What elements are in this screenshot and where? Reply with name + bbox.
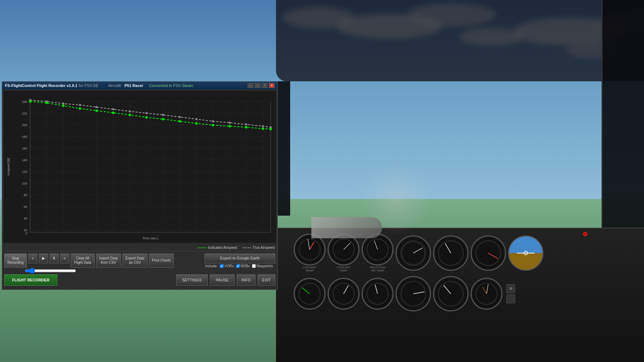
progress-slider-container [25, 269, 275, 273]
chart-container: 240 220 200 180 160 140 120 100 80 60 40… [4, 91, 276, 243]
svg-text:220: 220 [22, 112, 27, 115]
svg-text:160: 160 [22, 147, 27, 150]
settings-button[interactable]: SETTINGS [176, 274, 208, 286]
gauge-row2-6 [471, 278, 502, 310]
true-airspeed-dot-11 [195, 118, 197, 120]
clear-flight-data-label: Clear AllFlight Data [74, 256, 91, 265]
svg-text:60: 60 [24, 205, 27, 209]
maximize-button[interactable]: □ [255, 83, 260, 88]
forward-button[interactable]: » [60, 253, 69, 263]
include-row: Include: VORs NDBs Waypoints [205, 264, 275, 268]
export-google-earth-button[interactable]: Export to Google Earth [205, 253, 275, 263]
indicated-dot-7 [129, 114, 131, 116]
indicated-dot-14 [245, 126, 248, 129]
rpm-gauge [396, 235, 431, 271]
close-button[interactable]: ✕ [269, 83, 275, 88]
ndbs-label[interactable]: NDBs [236, 264, 250, 268]
indicated-dot-11 [195, 122, 198, 125]
minimize-button[interactable]: — [248, 83, 253, 88]
pause-button[interactable]: PAUSE [210, 274, 235, 286]
info-button[interactable]: INFO [237, 274, 255, 286]
legend-true-line [243, 247, 251, 248]
window-title-main: FS-FlightControl Flight Recorder v1.0.1 [5, 83, 77, 88]
cockpit-roof [276, 0, 644, 81]
ndbs-checkbox[interactable] [236, 264, 240, 268]
controls-row-1: Stop Recording « ▶ ⏸ » Clear AllFlight D… [4, 253, 275, 268]
indicated-dot-16 [270, 128, 272, 130]
legend-true: True Airspeed [243, 246, 275, 250]
pause-transport-button[interactable]: ⏸ [50, 253, 59, 263]
svg-text:40: 40 [24, 217, 27, 220]
true-airspeed-dot-15 [262, 125, 264, 127]
indicated-dot-12 [212, 124, 214, 127]
instrument-panel: COOLANTREAR COOLANTTEMP [276, 228, 644, 362]
print-charts-button[interactable]: Print Charts [149, 253, 174, 268]
stop-recording-label-1: Stop [12, 256, 19, 261]
exit-button[interactable]: EXIT [258, 274, 275, 286]
true-airspeed-dot-7 [129, 110, 131, 112]
true-airspeed-dot-12 [212, 120, 214, 122]
vors-label[interactable]: VORs [220, 264, 234, 268]
indicated-dot-3 [62, 105, 65, 107]
import-data-button[interactable]: Import Datafrom CSV [96, 253, 121, 268]
true-airspeed-dot-10 [179, 116, 181, 118]
indicated-dot-6 [112, 112, 115, 114]
legend-indicated: Indicated Airspeed [198, 246, 237, 250]
clear-flight-data-button[interactable]: Clear AllFlight Data [71, 253, 95, 268]
true-airspeed-dot-4 [79, 104, 81, 106]
gauge-row2-1 [294, 278, 326, 310]
window-connection-status: Connected to FSX-Steam [149, 83, 193, 88]
coolant-temp-gauge: COOLANTTEMP [328, 234, 360, 273]
switch-1[interactable] [506, 284, 515, 293]
window-title-left: FS-FlightControl Flight Recorder v1.0.1 … [5, 83, 193, 88]
cockpit-frame: COOLANTREAR COOLANTTEMP [276, 0, 644, 362]
stop-recording-button[interactable]: Stop Recording [4, 253, 27, 268]
waypoints-label[interactable]: Waypoints [252, 264, 273, 268]
svg-rect-15 [5, 91, 274, 243]
import-data-label: Import Datafrom CSV [99, 256, 118, 265]
legend-indicated-label: Indicated Airspeed [208, 246, 237, 250]
true-airspeed-dot-9 [162, 114, 164, 116]
svg-text:100: 100 [22, 182, 27, 185]
attitude-indicator-gauge [508, 235, 544, 271]
true-airspeed-dot-8 [145, 112, 148, 114]
gauge-row2-3 [362, 278, 393, 310]
play-button[interactable]: ▶ [39, 253, 48, 263]
true-airspeed-dot-14 [245, 123, 247, 125]
svg-text:Airspeed [kt]: Airspeed [kt] [7, 158, 10, 176]
controls-row-2: FLIGHT RECORDER SETTINGS PAUSE INFO EXIT [4, 274, 275, 286]
true-airspeed-dot-6 [112, 108, 114, 110]
svg-text:0: 0 [25, 232, 27, 235]
switch-2[interactable] [506, 294, 515, 303]
window-titlebar: FS-FlightControl Flight Recorder v1.0.1 … [2, 82, 277, 89]
svg-text:Time (sec.): Time (sec.) [143, 237, 159, 240]
induction-air-temp-gauge: INDUCTIONAIR TEMP [362, 234, 393, 273]
svg-text:140: 140 [22, 158, 27, 162]
progress-slider[interactable] [25, 269, 76, 272]
window-title-for: for FSX:SE [79, 83, 98, 88]
chart-svg: 240 220 200 180 160 140 120 100 80 60 40… [4, 91, 276, 243]
indicated-dot-1 [29, 100, 31, 103]
true-airspeed-dot-3 [62, 103, 64, 105]
waypoints-checkbox[interactable] [252, 264, 256, 268]
indicated-dot-10 [179, 120, 181, 123]
vors-checkbox[interactable] [220, 264, 224, 268]
indicated-dot-9 [162, 118, 165, 121]
switches-area [506, 284, 515, 303]
window-aircraft-label: Aircraft: [108, 83, 122, 88]
legend-indicated-line [198, 247, 207, 248]
gauge-row2-5 [433, 276, 468, 311]
svg-text:80: 80 [24, 193, 27, 197]
coolant-rear-gauge: COOLANTREAR [294, 234, 326, 273]
export-csv-button[interactable]: Export Dataas CSV [122, 253, 148, 268]
left-strut [276, 81, 290, 216]
flight-recorder-window: FS-FlightControl Flight Recorder v1.0.1 … [2, 81, 278, 290]
window-aircraft-name: P51 Racer [125, 83, 143, 88]
window-controls: — □ ? ✕ [248, 83, 275, 88]
help-button[interactable]: ? [262, 83, 268, 88]
rewind-button[interactable]: « [28, 253, 38, 263]
warning-light [583, 232, 587, 236]
gauge-row2-2 [328, 278, 360, 310]
flight-recorder-button[interactable]: FLIGHT RECORDER [4, 274, 57, 286]
indicated-dot-4 [79, 107, 81, 110]
